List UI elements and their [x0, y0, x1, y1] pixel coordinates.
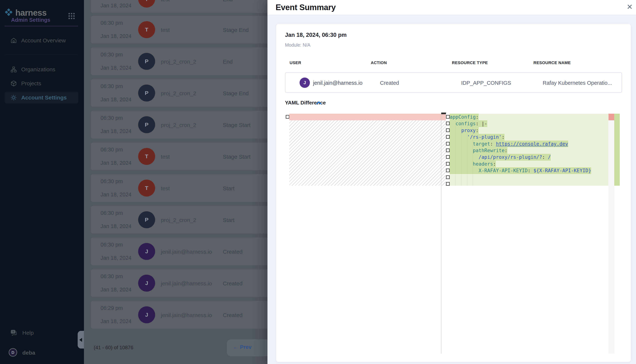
user-menu[interactable]: D deba	[5, 348, 71, 358]
chunk-marker-icon	[446, 135, 450, 139]
logo-row: harness	[5, 8, 78, 17]
app-window: harness Admin Settings Account Overview	[0, 0, 636, 364]
diff-overview-ruler[interactable]	[608, 114, 614, 354]
event-resource-label: test	[161, 27, 170, 33]
sidebar-item-projects[interactable]: Projects	[5, 78, 78, 89]
event-avatar: P	[138, 53, 155, 70]
sidebar-item-organizations[interactable]: Organizations	[5, 64, 78, 75]
diff-deleted-pane	[289, 114, 446, 354]
code-line: '/rs-plugin':	[450, 134, 608, 140]
event-time: 06:30 pm	[101, 242, 123, 248]
event-action-label: End	[223, 58, 233, 65]
diff-scrollbar-thumb[interactable]	[441, 112, 446, 114]
event-action-label: Stage Start	[223, 122, 251, 128]
chunk-marker-icon	[446, 148, 450, 152]
diff-right-gutter	[446, 114, 450, 354]
event-date: Jan 18, 2024	[101, 2, 131, 9]
event-avatar: J	[138, 306, 155, 323]
event-date: Jan 18, 2024	[101, 255, 131, 261]
help-button[interactable]: ? Help	[5, 327, 71, 339]
event-avatar: P	[138, 84, 155, 102]
code-link[interactable]: https://console.rafay.dev	[496, 141, 568, 147]
event-module: Module: N/A	[285, 42, 310, 48]
code-line: configs: |-	[450, 120, 608, 127]
app-grid-icon[interactable]	[68, 13, 75, 19]
event-time: 06:30 pm	[101, 20, 123, 26]
event-date: Jan 18, 2024	[101, 223, 131, 229]
added-empty-line	[450, 174, 608, 186]
sidebar-item-label: Account Settings	[21, 94, 67, 101]
help-chat-icon: ?	[11, 330, 17, 336]
event-date: Jan 18, 2024	[101, 33, 131, 39]
added-code-text: X-RAFAY-API-KEYID: ${X-RAFAY-API-KEYID}	[450, 167, 591, 174]
event-date: Jan 18, 2024	[101, 128, 131, 134]
event-time: 06:30 pm	[101, 273, 123, 280]
event-resource-label: proj_2_cron_2	[161, 58, 196, 65]
close-icon[interactable]: ×	[624, 2, 635, 12]
added-code-text: /api/proxy/rs-plugin/?: /	[450, 154, 551, 161]
column-header-resource-name: RESOURCE NAME	[533, 60, 571, 65]
event-action-label: Start	[223, 185, 235, 192]
svg-text:?: ?	[12, 330, 14, 333]
event-summary-drawer: Event Summary × Jan 18, 2024, 06:30 pm M…	[268, 0, 636, 364]
diff-added-pane: appConfig: configs: |- proxy: '/rs-plugi…	[450, 114, 608, 354]
code-line: pathRewrite:	[450, 147, 608, 154]
event-time: 06:30 pm	[101, 115, 123, 121]
pagination-range: (41 - 60) of 10876	[94, 345, 133, 350]
event-action: Created	[380, 80, 399, 86]
event-time: 06:30 pm	[101, 52, 123, 58]
sidebar-item-account-settings[interactable]: Account Settings	[5, 92, 78, 104]
indent-guide	[467, 120, 467, 186]
code-line: proxy:	[450, 127, 608, 134]
event-action-label: Stage Start	[223, 154, 251, 160]
event-time: 06:30 pm	[101, 210, 123, 216]
event-date: Jan 18, 2024	[101, 96, 131, 102]
chevron-up-icon[interactable]	[316, 100, 322, 106]
code-line: appConfig:	[450, 114, 608, 120]
event-resource-label: test	[161, 154, 170, 160]
sidebar-item-label: Projects	[21, 80, 41, 86]
user-name: deba	[22, 350, 35, 356]
column-header-user: USER	[290, 60, 301, 65]
user-avatar: J	[300, 78, 310, 88]
chunk-marker-icon	[286, 115, 289, 119]
column-header-resource-type: RESOURCE TYPE	[452, 60, 488, 65]
event-detail-row: J jenil.jain@harness.io Created IDP_APP_…	[285, 72, 622, 93]
code-line: target: https://console.rafay.dev	[450, 140, 608, 147]
sidebar: harness Admin Settings Account Overview	[0, 0, 84, 364]
brand-name: harness	[15, 8, 47, 18]
event-resource-label: proj_2_cron_2	[161, 90, 196, 96]
event-time: 06:30 pm	[101, 83, 123, 89]
event-date: Jan 18, 2024	[101, 318, 131, 324]
chunk-marker-icon	[446, 142, 450, 146]
harness-logo-icon	[5, 8, 13, 16]
sidebar-purple-divider	[5, 26, 78, 26]
sidebar-item-label: Organizations	[21, 66, 55, 72]
sidebar-item-account-overview[interactable]: Account Overview	[5, 35, 78, 46]
added-code-text: '/rs-plugin':	[450, 134, 505, 140]
event-resource-name: Rafay Kubernetes Operatio...	[543, 80, 612, 86]
projects-icon	[11, 80, 17, 86]
chunk-marker-icon	[446, 162, 450, 166]
event-resource-label: jenil.jain@harness.io	[161, 249, 212, 255]
yaml-diff-editor: appConfig: configs: |- proxy: '/rs-plugi…	[286, 114, 621, 354]
event-action-label: Start	[223, 217, 235, 223]
chunk-marker-icon	[446, 115, 450, 119]
chunk-marker-icon	[446, 155, 450, 159]
added-code-text: pathRewrite:	[450, 147, 507, 154]
event-avatar: T	[138, 21, 155, 38]
prev-page-button[interactable]: ← Prev	[233, 344, 252, 350]
event-resource-label: jenil.jain@harness.io	[161, 312, 212, 318]
added-code-text: proxy:	[450, 127, 479, 134]
drawer-header: Event Summary ×	[268, 0, 636, 15]
sidebar-collapse-handle[interactable]	[78, 331, 84, 348]
event-date: Jan 18, 2024	[101, 287, 131, 293]
added-code-text: target: https://console.rafay.dev	[450, 140, 568, 147]
event-resource-type: IDP_APP_CONFIGS	[461, 80, 511, 86]
added-code-text: appConfig:	[450, 114, 479, 120]
chunk-marker-icon	[446, 168, 450, 172]
event-resource-label: proj_2_cron_2	[161, 122, 196, 128]
diff-filler-hatch	[289, 120, 446, 186]
event-avatar: T	[138, 148, 155, 165]
event-date: Jan 18, 2024	[101, 160, 131, 166]
